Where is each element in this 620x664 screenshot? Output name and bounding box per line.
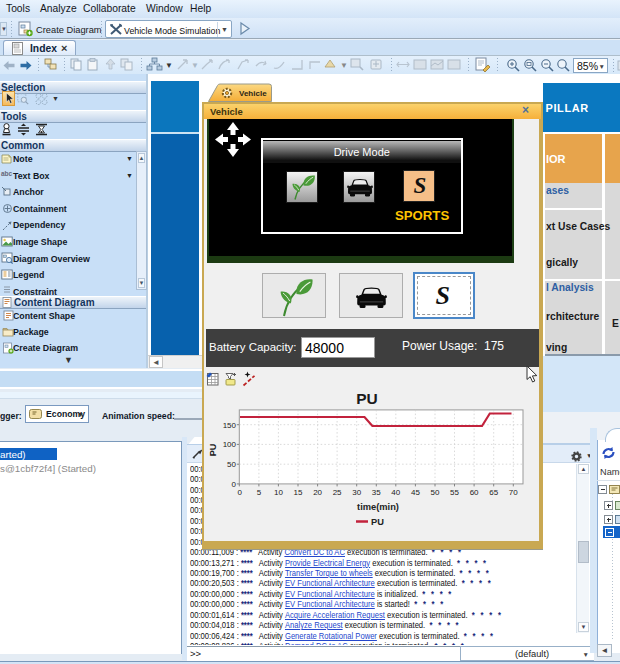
svg-text:0: 0 xyxy=(232,480,237,489)
svg-text:50: 50 xyxy=(431,488,440,497)
svg-text:60: 60 xyxy=(470,488,479,497)
svg-text:100: 100 xyxy=(223,440,237,449)
svg-text:50: 50 xyxy=(227,460,236,469)
svg-text:PU: PU xyxy=(371,517,384,527)
svg-text:time(min): time(min) xyxy=(357,502,399,512)
svg-text:Vehicle: Vehicle xyxy=(239,89,267,98)
svg-text:70: 70 xyxy=(509,488,518,497)
svg-text:150: 150 xyxy=(223,421,237,430)
svg-text:15: 15 xyxy=(294,488,303,497)
svg-text:10: 10 xyxy=(274,488,283,497)
svg-text:45: 45 xyxy=(411,488,420,497)
svg-text:40: 40 xyxy=(391,488,400,497)
svg-text:20: 20 xyxy=(313,488,322,497)
svg-text:PU: PU xyxy=(208,444,218,457)
svg-text:30: 30 xyxy=(352,488,361,497)
svg-text:5: 5 xyxy=(257,488,262,497)
svg-text:55: 55 xyxy=(450,488,459,497)
svg-text:65: 65 xyxy=(489,488,498,497)
svg-text:0: 0 xyxy=(238,488,243,497)
svg-text:25: 25 xyxy=(333,488,342,497)
svg-text:35: 35 xyxy=(372,488,381,497)
